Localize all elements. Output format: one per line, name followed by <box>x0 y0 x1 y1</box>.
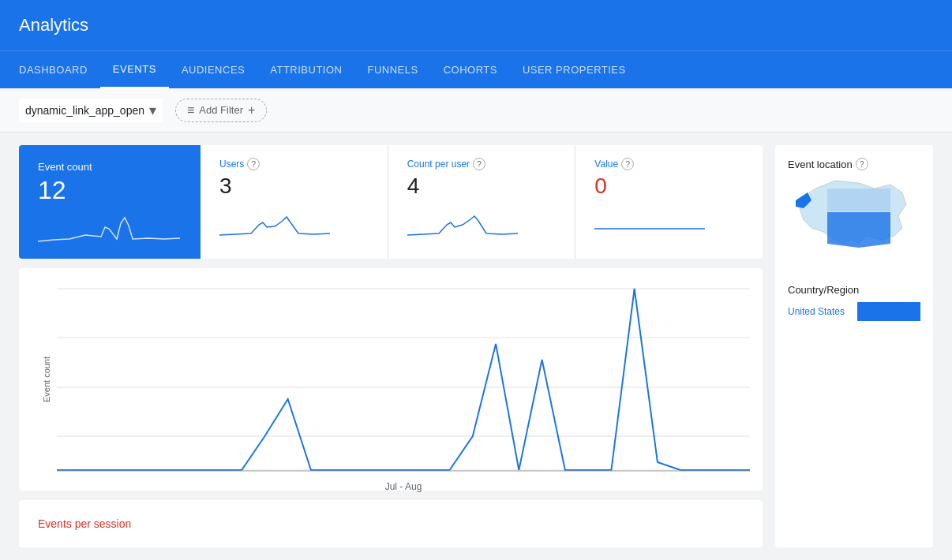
stats-card: Event count 12 Users ? 3 <box>19 145 763 259</box>
svg-text:19: 19 <box>422 476 431 478</box>
country-name: United States <box>788 306 851 317</box>
y-axis-label: Event count <box>42 357 51 402</box>
map-visual <box>788 177 914 271</box>
svg-text:31: 31 <box>699 476 708 478</box>
country-bar <box>857 302 920 321</box>
header: Analytics <box>0 0 952 50</box>
value-value: 0 <box>594 174 744 199</box>
nav-events[interactable]: EVENTS <box>100 51 169 89</box>
count-per-user-value: 4 <box>407 174 557 199</box>
count-per-user-label: Count per user <box>407 159 470 170</box>
nav-audiences[interactable]: AUDIENCES <box>169 51 257 89</box>
count-per-user-stat: Count per user ? 4 <box>388 145 576 259</box>
users-label: Users <box>219 159 244 170</box>
right-panel: Event location ? Country/Region Unit <box>775 145 933 547</box>
svg-text:17: 17 <box>376 476 385 478</box>
event-count-box: Event count 12 <box>19 145 201 259</box>
svg-text:29: 29 <box>653 476 662 478</box>
count-per-user-mini-chart <box>407 205 557 237</box>
nav-user-properties[interactable]: USER PROPERTIES <box>510 51 639 89</box>
svg-text:5: 5 <box>101 476 106 478</box>
svg-text:23: 23 <box>514 476 523 478</box>
value-mini-chart <box>594 205 744 237</box>
count-per-user-help-icon[interactable]: ? <box>473 158 485 170</box>
filter-bar: dynamic_link_app_open ▾ ≡ Add Filter + <box>0 88 952 133</box>
bottom-card: Events per session <box>19 500 763 547</box>
chevron-down-icon: ▾ <box>149 102 156 119</box>
event-location-label: Event location ? <box>788 158 920 170</box>
events-per-session-label: Events per session <box>38 517 131 530</box>
value-label: Value <box>594 159 618 170</box>
event-count-value: 12 <box>38 176 182 205</box>
svg-text:9: 9 <box>193 476 198 478</box>
svg-text:13: 13 <box>283 476 293 478</box>
event-dropdown[interactable]: dynamic_link_app_open ▾ <box>19 99 163 122</box>
users-mini-chart <box>219 205 369 237</box>
filter-icon: ≡ <box>187 103 194 118</box>
svg-text:3: 3 <box>57 476 59 478</box>
plus-icon: + <box>248 103 255 118</box>
event-dropdown-label: dynamic_link_app_open <box>25 104 144 117</box>
add-filter-label: Add Filter <box>199 104 243 116</box>
svg-text:25: 25 <box>560 476 570 478</box>
main-chart-card: Event count 8 6 4 2 0 <box>19 268 763 491</box>
left-panel: Event count 12 Users ? 3 <box>19 145 763 547</box>
event-count-label: Event count <box>38 161 182 173</box>
event-location-help-icon[interactable]: ? <box>856 158 868 170</box>
users-stat: Users ? 3 <box>201 145 388 259</box>
users-value: 3 <box>219 174 369 199</box>
value-stat: Value ? 0 <box>575 145 763 259</box>
nav-bar: DASHBOARD EVENTS AUDIENCES ATTRIBUTION F… <box>0 50 952 88</box>
chart-area: 8 6 4 2 0 3 5 7 9 11 13 15 17 19 <box>57 281 750 478</box>
value-help-icon[interactable]: ? <box>621 158 634 170</box>
svg-text:11: 11 <box>237 476 246 478</box>
add-filter-button[interactable]: ≡ Add Filter + <box>175 99 267 122</box>
map-section: Event location ? Country/Region Unit <box>775 145 933 334</box>
main-content: Event count 12 Users ? 3 <box>0 133 952 560</box>
svg-text:15: 15 <box>329 476 339 478</box>
app-title: Analytics <box>19 15 88 35</box>
nav-attribution[interactable]: ATTRIBUTION <box>257 51 354 89</box>
country-row: United States <box>788 302 920 321</box>
svg-text:27: 27 <box>606 476 616 478</box>
users-help-icon[interactable]: ? <box>247 158 260 170</box>
event-count-mini-chart <box>38 211 182 243</box>
country-region-label: Country/Region <box>788 284 920 296</box>
nav-dashboard[interactable]: DASHBOARD <box>6 51 100 89</box>
svg-text:21: 21 <box>468 476 478 478</box>
svg-text:7: 7 <box>147 476 152 478</box>
x-axis-label: Jul - Aug <box>57 481 750 492</box>
nav-cohorts[interactable]: COHORTS <box>431 51 510 89</box>
nav-funnels[interactable]: FUNNELS <box>354 51 430 89</box>
